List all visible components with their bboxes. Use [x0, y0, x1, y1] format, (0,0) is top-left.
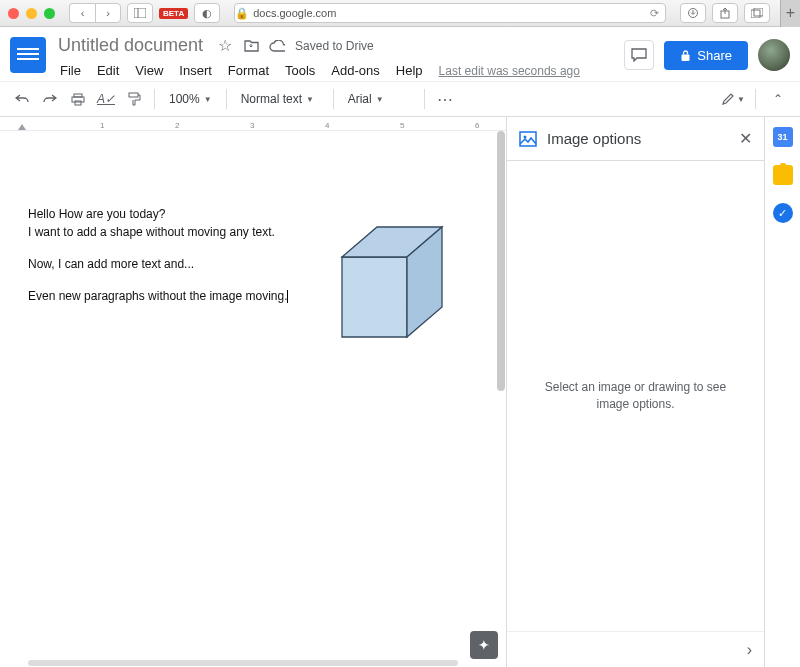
more-button[interactable]: ⋯ [433, 87, 457, 111]
share-browser-button[interactable] [712, 3, 738, 23]
docs-logo[interactable] [10, 37, 46, 73]
window-controls [8, 8, 55, 19]
text-cursor [287, 290, 288, 303]
share-icon [720, 7, 730, 19]
tasks-addon[interactable] [773, 203, 793, 223]
close-window[interactable] [8, 8, 19, 19]
download-icon [688, 8, 698, 18]
last-edit-link[interactable]: Last edit was seconds ago [439, 64, 580, 78]
lock-icon: 🔒 [235, 7, 249, 20]
redo-button[interactable] [38, 87, 62, 111]
chevron-right-icon[interactable]: › [747, 641, 752, 659]
addon-sidebar [764, 117, 800, 667]
spellcheck-icon: A✓ [97, 92, 115, 106]
paint-format-button[interactable] [122, 87, 146, 111]
chevron-down-icon: ▼ [376, 95, 384, 104]
font-select[interactable]: Arial▼ [342, 92, 416, 106]
docs-header: Untitled document ☆ Saved to Drive File … [0, 27, 800, 81]
horizontal-scrollbar[interactable] [28, 659, 466, 667]
undo-button[interactable] [10, 87, 34, 111]
sidebar-icon [134, 8, 146, 18]
style-select[interactable]: Normal text▼ [235, 92, 325, 106]
forward-button[interactable]: › [95, 3, 121, 23]
menu-bar: File Edit View Insert Format Tools Add-o… [54, 60, 616, 81]
undo-icon [15, 93, 29, 105]
address-bar[interactable]: 🔒 docs.google.com ⟳ [234, 3, 666, 23]
nav-buttons: ‹ › [69, 3, 121, 23]
url-text: docs.google.com [253, 7, 336, 19]
menu-file[interactable]: File [54, 60, 87, 81]
browser-toolbar: ‹ › BETA ◐ 🔒 docs.google.com ⟳ + [0, 0, 800, 27]
indent-marker[interactable] [18, 124, 26, 130]
page[interactable]: Hello How are you today? I want to add a… [0, 131, 506, 667]
svg-marker-11 [342, 257, 407, 337]
downloads-button[interactable] [680, 3, 706, 23]
print-button[interactable] [66, 87, 90, 111]
share-label: Share [697, 48, 732, 63]
svg-rect-6 [682, 54, 690, 61]
menu-tools[interactable]: Tools [279, 60, 321, 81]
tabs-icon [751, 8, 763, 18]
comments-button[interactable] [624, 40, 654, 70]
menu-addons[interactable]: Add-ons [325, 60, 385, 81]
beta-badge: BETA [159, 8, 188, 19]
svg-rect-0 [134, 8, 146, 18]
document-canvas[interactable]: 1 2 3 4 5 6 Hello How are you today? I w… [0, 117, 506, 667]
menu-insert[interactable]: Insert [173, 60, 218, 81]
cloud-icon [269, 38, 285, 54]
tabs-button[interactable] [744, 3, 770, 23]
horizontal-ruler[interactable]: 1 2 3 4 5 6 [0, 117, 506, 131]
editing-mode-button[interactable]: ▼ [721, 87, 745, 111]
menu-help[interactable]: Help [390, 60, 429, 81]
sidebar-button[interactable] [127, 3, 153, 23]
print-icon [71, 93, 85, 106]
scroll-thumb[interactable] [28, 660, 458, 666]
menu-view[interactable]: View [129, 60, 169, 81]
spellcheck-button[interactable]: A✓ [94, 87, 118, 111]
chevron-down-icon: ▼ [204, 95, 212, 104]
collapse-button[interactable]: ⌃ [766, 87, 790, 111]
redo-icon [43, 93, 57, 105]
reload-icon[interactable]: ⟳ [650, 7, 659, 20]
panel-message: Select an image or drawing to see image … [536, 379, 736, 413]
explore-button[interactable] [470, 631, 498, 659]
scroll-thumb[interactable] [497, 131, 505, 391]
format-toolbar: A✓ 100%▼ Normal text▼ Arial▼ ⋯ ▼ ⌃ [0, 81, 800, 117]
close-panel-button[interactable]: ✕ [739, 129, 752, 148]
lock-icon [680, 49, 691, 62]
folder-icon [244, 39, 259, 52]
image-options-panel: Image options ✕ Select an image or drawi… [506, 117, 764, 667]
share-button[interactable]: Share [664, 41, 748, 70]
svg-rect-5 [754, 8, 763, 16]
chevron-up-icon: ⌃ [773, 92, 783, 106]
zoom-select[interactable]: 100%▼ [163, 92, 218, 106]
move-icon[interactable] [243, 38, 259, 54]
chevron-down-icon: ▼ [306, 95, 314, 104]
calendar-addon[interactable] [773, 127, 793, 147]
keep-addon[interactable] [773, 165, 793, 185]
image-icon [519, 131, 537, 147]
star-icon[interactable]: ☆ [217, 38, 233, 54]
back-button[interactable]: ‹ [69, 3, 95, 23]
panel-title: Image options [547, 130, 729, 147]
svg-rect-4 [751, 10, 760, 18]
reader-button[interactable]: ◐ [194, 3, 220, 23]
more-icon: ⋯ [437, 90, 453, 109]
zoom-window[interactable] [44, 8, 55, 19]
editor-body: 1 2 3 4 5 6 Hello How are you today? I w… [0, 117, 800, 667]
new-tab-button[interactable]: + [780, 0, 800, 27]
svg-rect-10 [129, 93, 138, 97]
menu-edit[interactable]: Edit [91, 60, 125, 81]
paint-roller-icon [128, 92, 141, 106]
document-title[interactable]: Untitled document [54, 33, 207, 58]
svg-rect-14 [520, 132, 536, 146]
save-status: Saved to Drive [295, 39, 374, 53]
cube-drawing[interactable] [332, 217, 462, 347]
pencil-icon [721, 92, 735, 106]
vertical-scrollbar[interactable] [496, 131, 506, 667]
menu-format[interactable]: Format [222, 60, 275, 81]
account-avatar[interactable] [758, 39, 790, 71]
minimize-window[interactable] [26, 8, 37, 19]
comment-icon [631, 48, 647, 62]
